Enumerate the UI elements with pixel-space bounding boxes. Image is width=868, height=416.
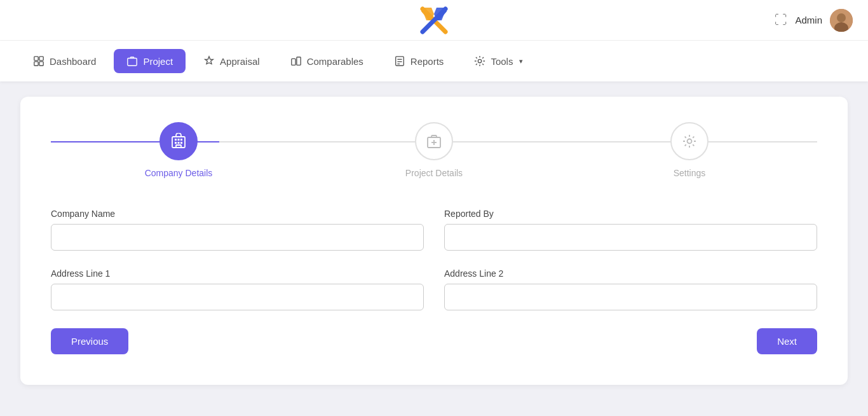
form-group-company-name: Company Name	[51, 209, 424, 251]
tools-chevron-icon: ▾	[519, 57, 523, 66]
nav-item-project[interactable]: Project	[114, 49, 186, 73]
avatar[interactable]	[830, 9, 853, 32]
nav-item-appraisal[interactable]: Appraisal	[191, 49, 273, 73]
nav-project-label: Project	[143, 56, 173, 67]
stepper: Company Details Project Details	[51, 122, 817, 178]
nav-appraisal-label: Appraisal	[220, 56, 260, 67]
previous-button[interactable]: Previous	[51, 328, 128, 354]
nav-item-tools[interactable]: Tools ▾	[461, 49, 536, 73]
form-row-2: Address Line 1 Address Line 2	[51, 268, 817, 310]
form-group-reported-by: Reported By	[444, 209, 817, 251]
svg-rect-10	[39, 57, 43, 60]
step-project-details: Project Details	[306, 122, 562, 178]
address-line-1-input[interactable]	[51, 284, 424, 310]
dashboard-icon	[33, 55, 44, 67]
header: ⛶ Admin	[0, 0, 868, 41]
svg-point-20	[478, 59, 482, 62]
nav-bar: Dashboard Project Appraisal Comparables …	[0, 41, 868, 81]
svg-rect-11	[34, 62, 38, 66]
svg-rect-29	[175, 139, 177, 141]
company-name-input[interactable]	[51, 224, 424, 251]
reported-by-input[interactable]	[444, 224, 817, 251]
svg-rect-28	[176, 145, 181, 148]
next-button[interactable]: Next	[757, 328, 817, 354]
step-settings: Settings	[562, 122, 817, 178]
tools-icon	[474, 55, 485, 67]
svg-rect-31	[180, 139, 182, 141]
logo	[419, 5, 449, 36]
step-company-icon	[159, 122, 198, 160]
nav-comparables-label: Comparables	[307, 56, 363, 67]
svg-rect-32	[175, 142, 177, 144]
form-group-address-1: Address Line 1	[51, 268, 424, 310]
step-project-label: Project Details	[405, 168, 463, 178]
svg-rect-13	[128, 59, 137, 66]
svg-rect-14	[291, 59, 295, 65]
form-actions: Previous Next	[51, 328, 817, 354]
nav-tools-label: Tools	[491, 56, 513, 67]
main-content: Company Details Project Details	[0, 81, 868, 400]
reported-by-label: Reported By	[444, 209, 817, 219]
svg-point-38	[688, 139, 692, 144]
svg-point-7	[837, 13, 846, 22]
svg-rect-9	[34, 57, 38, 60]
step-settings-label: Settings	[674, 168, 706, 178]
step-settings-icon	[670, 122, 709, 160]
form-card: Company Details Project Details	[20, 97, 848, 385]
nav-item-comparables[interactable]: Comparables	[278, 49, 376, 73]
step-project-icon	[415, 122, 453, 160]
address-line-2-label: Address Line 2	[444, 268, 817, 279]
nav-item-reports[interactable]: Reports	[381, 49, 457, 73]
svg-rect-12	[39, 62, 43, 66]
admin-label: Admin	[795, 15, 822, 25]
form-row-1: Company Name Reported By	[51, 209, 817, 251]
company-name-label: Company Name	[51, 209, 424, 219]
nav-item-dashboard[interactable]: Dashboard	[20, 49, 109, 73]
address-line-1-label: Address Line 1	[51, 268, 424, 279]
svg-rect-30	[178, 139, 180, 141]
step-company-label: Company Details	[145, 168, 213, 178]
comparables-icon	[290, 55, 302, 67]
header-right: ⛶ Admin	[775, 9, 853, 32]
appraisal-icon	[203, 55, 215, 67]
expand-icon[interactable]: ⛶	[775, 13, 787, 27]
step-company-details: Company Details	[51, 122, 306, 178]
x-logo-icon	[419, 5, 449, 36]
address-line-2-input[interactable]	[444, 284, 817, 310]
nav-dashboard-label: Dashboard	[50, 56, 96, 67]
project-icon	[126, 55, 138, 67]
svg-rect-15	[297, 57, 301, 66]
svg-rect-34	[180, 142, 182, 144]
form-group-address-2: Address Line 2	[444, 268, 817, 310]
svg-rect-33	[178, 142, 180, 144]
nav-reports-label: Reports	[410, 56, 444, 67]
reports-icon	[394, 55, 405, 67]
